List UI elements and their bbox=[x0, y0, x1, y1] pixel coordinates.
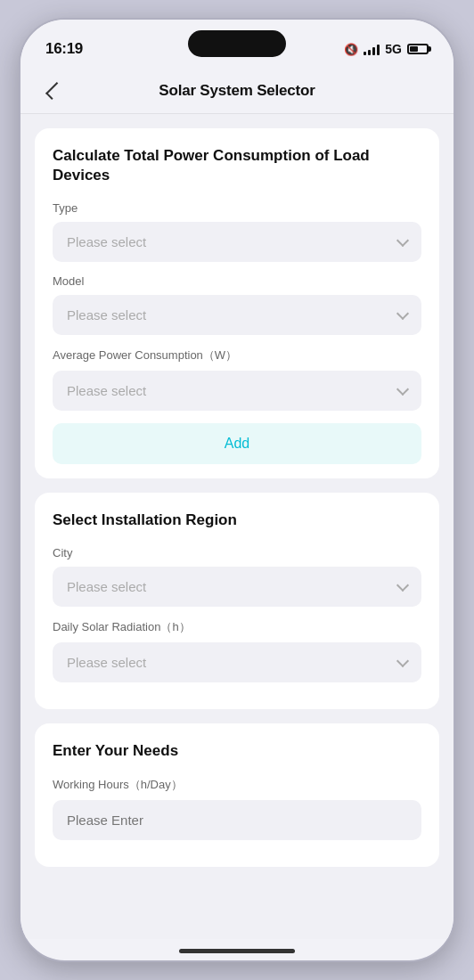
battery-icon bbox=[407, 44, 429, 54]
network-type: 5G bbox=[385, 42, 402, 56]
home-indicator bbox=[179, 949, 295, 953]
section-installation-region: Select Installation Region City Please s… bbox=[35, 493, 439, 709]
phone-frame: 16:19 🔇 5G Solar System Selector Calcula… bbox=[19, 18, 455, 962]
model-select[interactable]: Please select bbox=[53, 295, 421, 335]
solar-radiation-placeholder: Please select bbox=[67, 655, 146, 670]
dynamic-island bbox=[188, 30, 286, 57]
page-title: Solar System Selector bbox=[159, 82, 315, 100]
mute-icon: 🔇 bbox=[344, 43, 358, 56]
back-chevron-icon bbox=[45, 82, 63, 100]
type-label: Type bbox=[53, 201, 421, 215]
city-placeholder: Please select bbox=[67, 579, 146, 594]
solar-radiation-select[interactable]: Please select bbox=[53, 642, 421, 682]
type-chevron-icon bbox=[396, 234, 409, 247]
avg-power-placeholder: Please select bbox=[67, 383, 146, 398]
section-your-needs: Enter Your Needs Working Hours（h/Day） bbox=[35, 723, 439, 867]
field-group-city: City Please select bbox=[53, 546, 421, 607]
signal-bars-icon bbox=[364, 43, 380, 55]
avg-power-chevron-icon bbox=[396, 383, 409, 396]
avg-power-label: Average Power Consumption（W） bbox=[53, 347, 421, 363]
add-button[interactable]: Add bbox=[53, 423, 421, 464]
section-title-power: Calculate Total Power Consumption of Loa… bbox=[53, 146, 421, 185]
city-select[interactable]: Please select bbox=[53, 567, 421, 607]
section-power-consumption: Calculate Total Power Consumption of Loa… bbox=[35, 128, 439, 478]
solar-radiation-chevron-icon bbox=[396, 655, 409, 667]
avg-power-select[interactable]: Please select bbox=[53, 371, 421, 411]
working-hours-input[interactable] bbox=[53, 800, 421, 840]
section-title-region: Select Installation Region bbox=[53, 510, 421, 530]
scroll-content: Calculate Total Power Consumption of Loa… bbox=[20, 114, 454, 939]
back-button[interactable] bbox=[38, 78, 65, 104]
status-time: 16:19 bbox=[45, 40, 83, 58]
section-title-needs: Enter Your Needs bbox=[53, 741, 421, 761]
model-placeholder: Please select bbox=[67, 307, 146, 323]
field-group-model: Model Please select bbox=[53, 274, 421, 335]
field-group-working-hours: Working Hours（h/Day） bbox=[53, 777, 421, 840]
type-placeholder: Please select bbox=[67, 234, 146, 249]
city-label: City bbox=[53, 546, 421, 559]
add-button-label: Add bbox=[225, 436, 249, 451]
type-select[interactable]: Please select bbox=[53, 222, 421, 262]
status-bar: 16:19 🔇 5G bbox=[20, 20, 454, 68]
model-label: Model bbox=[53, 274, 421, 288]
working-hours-label: Working Hours（h/Day） bbox=[53, 777, 421, 793]
status-right: 🔇 5G bbox=[344, 42, 429, 56]
app-header: Solar System Selector bbox=[20, 68, 454, 114]
battery-fill bbox=[410, 46, 418, 52]
city-chevron-icon bbox=[396, 579, 409, 592]
field-group-solar-radiation: Daily Solar Radiation（h） Please select bbox=[53, 619, 421, 682]
solar-radiation-label: Daily Solar Radiation（h） bbox=[53, 619, 421, 635]
field-group-type: Type Please select bbox=[53, 201, 421, 262]
model-chevron-icon bbox=[396, 307, 409, 320]
field-group-avg-power: Average Power Consumption（W） Please sele… bbox=[53, 347, 421, 411]
